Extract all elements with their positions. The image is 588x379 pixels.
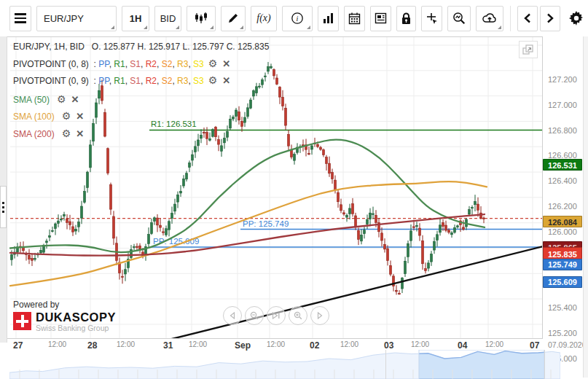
legend-instrument: EUR/JPY, 1H, BID: [13, 42, 85, 52]
chart-legend-title: EUR/JPY, 1H, BID O. 125.877 H. 125.917 L…: [13, 42, 269, 52]
time-tick-label: 12:00: [485, 340, 503, 348]
cloud-upload-button[interactable]: [476, 6, 503, 31]
crosshair-icon: [426, 12, 438, 25]
price-badge: 125.749: [543, 259, 582, 270]
sma-label: SMA (50): [13, 95, 50, 105]
time-tick-label: 07: [530, 340, 539, 351]
news-button[interactable]: [370, 6, 391, 31]
sma-label: SMA (100): [13, 112, 55, 122]
magnifier-plus-icon: [294, 311, 302, 320]
price-badge: 125.835: [543, 247, 582, 259]
svg-text:i: i: [297, 15, 299, 23]
pan-left-button[interactable]: [223, 306, 242, 325]
time-tick-label: 03: [384, 340, 393, 351]
formula-button[interactable]: f(x): [251, 6, 277, 31]
legend-ohlc: O. 125.877 H. 125.917 L. 125.797 C. 125.…: [92, 42, 270, 52]
pivot-token-r1: R1: [114, 59, 125, 69]
chart-nav-controls: [223, 306, 329, 325]
toolbar-separator: [510, 6, 511, 31]
info-button[interactable]: i: [282, 6, 313, 31]
indicator-remove-icon[interactable]: ✕: [76, 128, 84, 139]
pivot-token-pp: PP: [98, 76, 109, 86]
scrollbar-thumb[interactable]: [0, 186, 7, 228]
indicator-settings-icon[interactable]: ⚙: [62, 128, 71, 139]
navigator-divider: [385, 350, 386, 379]
forward-button[interactable]: [540, 6, 560, 31]
time-tick-label: 12:00: [48, 340, 66, 348]
price-badge: 125.609: [543, 276, 582, 288]
draw-tools-button[interactable]: [221, 6, 246, 31]
pan-right-button[interactable]: [310, 306, 329, 325]
indicator-name: PIVOTPOINT (0, 8): [13, 59, 89, 69]
powered-by-text: Powered by: [13, 300, 116, 310]
volume-bars-icon: [323, 12, 334, 24]
time-tick-label: 31: [163, 340, 173, 351]
detach-chart-button[interactable]: [519, 41, 538, 58]
info-icon: i: [291, 12, 304, 25]
indicator-settings-icon[interactable]: ⚙: [62, 110, 71, 122]
chart-type-button[interactable]: [187, 6, 216, 31]
crosshair-button[interactable]: [421, 6, 442, 31]
news-icon: [375, 12, 387, 24]
settings-button[interactable]: [565, 6, 587, 31]
svg-text:R1: 126.531: R1: 126.531: [151, 120, 197, 128]
time-tick-label: 12:00: [117, 340, 135, 348]
pivot-token-s2: S2: [162, 76, 173, 86]
pivot-token-r1: R1: [114, 76, 125, 86]
navigator-right-edge: [544, 350, 545, 379]
time-tick-label: 02: [310, 340, 319, 351]
zoom-out-button[interactable]: [245, 306, 264, 325]
legend-sma-200: SMA (200)⚙✕: [13, 128, 84, 139]
legend-sma-50: SMA (50)⚙✕: [13, 93, 79, 105]
indicator-settings-icon[interactable]: ⚙: [208, 74, 218, 86]
vertical-scrollbar[interactable]: [0, 36, 7, 343]
indicator-remove-icon[interactable]: ✕: [222, 75, 230, 86]
price-tick-label: 125.400: [548, 303, 577, 312]
menu-button[interactable]: [9, 6, 31, 31]
price-tick-label: 126.800: [548, 126, 577, 135]
pivot-token-r2: R2: [146, 59, 157, 69]
time-tick-label: 28: [87, 340, 97, 351]
calendar-button[interactable]: [344, 6, 365, 31]
pivot-token-r2: R2: [146, 76, 157, 86]
legend-sma-100: SMA (100)⚙✕: [13, 110, 84, 122]
go-to-end-button[interactable]: [267, 306, 286, 325]
popout-icon: [522, 44, 534, 55]
time-tick-label: 12:00: [189, 340, 207, 348]
right-scrollbar[interactable]: [583, 36, 588, 378]
main-toolbar: EUR/JPY 1H BID f(x) i: [0, 0, 588, 36]
time-axis: 2712:002812:003112:00Sep12:000212:000312…: [0, 339, 588, 351]
indicator-remove-icon[interactable]: ✕: [222, 58, 230, 69]
magnifier-minus-icon: [250, 311, 259, 320]
chart-region: R1: 126.531PP: 125.749PP: 125.609 EUR/JP…: [0, 35, 588, 379]
pivot-token-s3: S3: [193, 59, 204, 69]
indicator-settings-icon[interactable]: ⚙: [208, 58, 218, 69]
price-tick-label: 126.200: [548, 202, 577, 211]
gear-icon: [569, 11, 584, 26]
lock-icon: [401, 12, 412, 25]
indicator-remove-icon[interactable]: ✕: [71, 94, 79, 105]
time-tick-label: 04: [458, 340, 467, 351]
time-tick-label: 12:00: [340, 340, 358, 348]
period-select[interactable]: 1H: [122, 6, 149, 31]
zoom-in-button[interactable]: [289, 306, 307, 325]
dukascopy-tagline: Swiss Banking Group: [36, 324, 116, 332]
indicator-settings-icon[interactable]: ⚙: [57, 93, 66, 105]
time-tick-label: 12:00: [267, 340, 285, 348]
pivot-token-s1: S1: [130, 59, 141, 69]
side-select[interactable]: BID: [154, 6, 181, 31]
back-button[interactable]: [517, 6, 538, 31]
dukascopy-logo-icon: [13, 312, 31, 330]
price-tick-label: 127.000: [548, 101, 577, 109]
branding-block: Powered by DUKASCOPY Swiss Banking Group: [13, 300, 116, 332]
chart-navigator[interactable]: [9, 350, 560, 379]
triangle-right-icon: [316, 312, 324, 319]
volume-button[interactable]: [318, 6, 339, 31]
zoom-history-button[interactable]: [447, 6, 471, 31]
lock-button[interactable]: [396, 6, 416, 31]
indicator-remove-icon[interactable]: ✕: [76, 111, 84, 122]
instrument-select[interactable]: EUR/JPY: [36, 6, 117, 31]
pivot-token-s2: S2: [162, 59, 173, 69]
play-to-end-icon: [272, 312, 281, 319]
pivot-token-r3: R3: [177, 59, 188, 69]
